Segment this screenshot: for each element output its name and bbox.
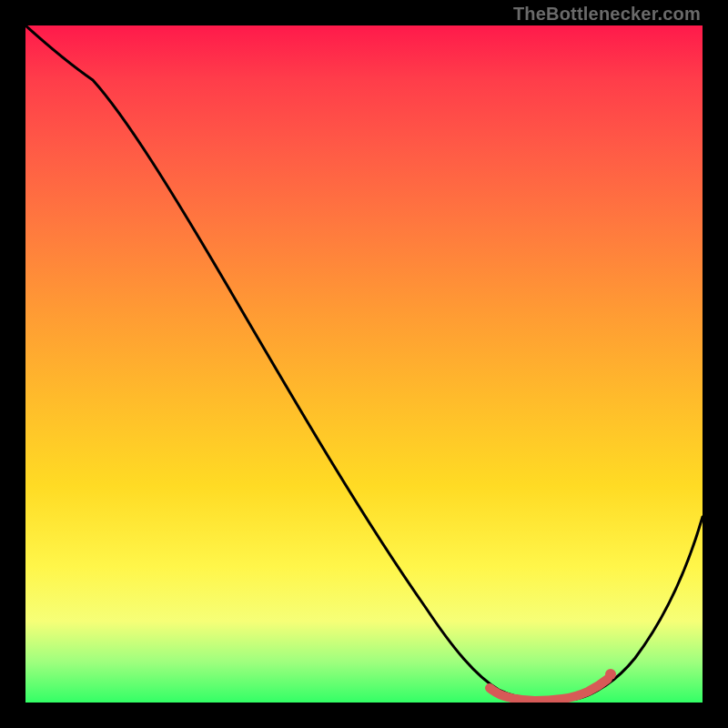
bottleneck-curve-path <box>25 25 703 701</box>
highlight-end-dot-icon <box>605 669 616 680</box>
chart-frame: TheBottlenecker.com <box>0 0 728 728</box>
attribution-label: TheBottlenecker.com <box>513 4 701 25</box>
bottleneck-curve-svg <box>25 25 703 703</box>
plot-area <box>25 25 703 703</box>
highlight-region-path <box>490 679 608 701</box>
